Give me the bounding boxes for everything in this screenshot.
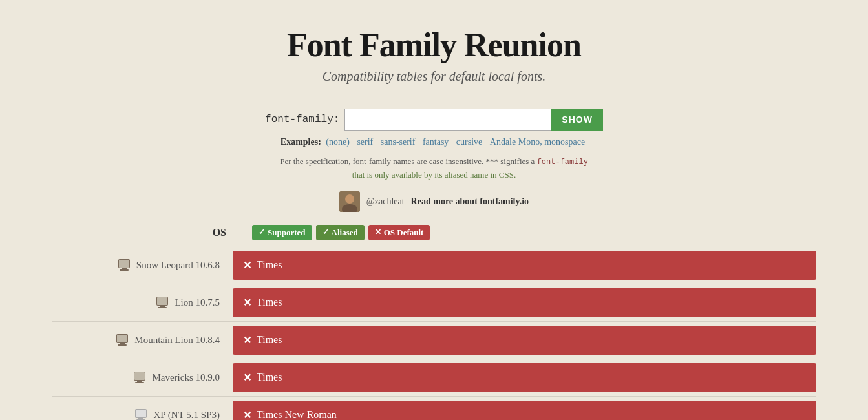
svg-rect-14 — [117, 335, 127, 342]
example-sans-serif[interactable]: sans-serif — [381, 137, 416, 147]
os-name-cell: Snow Leopard 10.6.8 — [52, 247, 233, 284]
font-family-row: font-family: SHOW — [0, 109, 868, 131]
table-row: Mountain Lion 10.8.4✕Times — [52, 322, 816, 359]
mac-icon — [132, 370, 147, 384]
os-name-cell: Mavericks 10.9.0 — [52, 359, 233, 396]
table-row: Snow Leopard 10.6.8✕Times — [52, 247, 816, 284]
font-family-input[interactable] — [344, 109, 551, 131]
search-area: font-family: SHOW Examples: (none) serif… — [0, 109, 868, 212]
os-rows-container: Snow Leopard 10.6.8✕Times Lion 10.7.5✕Ti… — [52, 247, 816, 420]
font-family-label: font-family: — [265, 114, 339, 125]
checkmark-aliased-icon: ✓ — [323, 227, 329, 237]
font-name: Times — [257, 372, 282, 383]
os-name-text: Lion 10.7.5 — [175, 297, 220, 308]
info-code: font-family — [537, 158, 588, 167]
info-text: Per the specification, font-family names… — [0, 155, 868, 182]
os-header-row: OS ✓ Supported ✓ Aliased ✕ OS Default — [52, 225, 816, 240]
windows-icon — [134, 408, 148, 420]
font-name: Times — [257, 297, 282, 308]
table-area: OS ✓ Supported ✓ Aliased ✕ OS Default — [0, 225, 868, 420]
subtitle: Compatibility tables for default local f… — [0, 69, 868, 84]
example-andale[interactable]: Andale Mono, monospace — [490, 137, 585, 147]
table-row: Lion 10.7.5✕Times — [52, 284, 816, 322]
x-icon: ✕ — [243, 372, 251, 384]
svg-rect-5 — [120, 269, 129, 271]
page-title: Font Family Reunion — [0, 26, 868, 64]
legend-badges: ✓ Supported ✓ Aliased ✕ OS Default — [252, 225, 430, 240]
font-result-text: ✕Times — [243, 334, 282, 346]
show-button[interactable]: SHOW — [551, 109, 603, 131]
badge-os-default: ✕ OS Default — [368, 225, 430, 240]
svg-rect-6 — [119, 260, 129, 268]
os-default-label: OS Default — [384, 227, 424, 238]
font-result-cell: ✕Times — [233, 288, 816, 317]
page-container: Font Family Reunion Compatibility tables… — [0, 0, 868, 420]
svg-rect-10 — [157, 297, 167, 305]
mac-icon — [115, 333, 129, 347]
example-fantasy[interactable]: fantasy — [423, 137, 449, 147]
svg-rect-22 — [136, 410, 146, 417]
svg-rect-18 — [134, 372, 145, 380]
table-row: Mavericks 10.9.0✕Times — [52, 359, 816, 397]
example-cursive[interactable]: cursive — [456, 137, 482, 147]
x-icon: ✕ — [243, 334, 251, 346]
svg-rect-13 — [118, 344, 127, 346]
author-row: @zachleat Read more about fontfamily.io — [0, 191, 868, 212]
os-name-text: Snow Leopard 10.6.8 — [136, 260, 220, 271]
author-handle: @zachleat — [366, 196, 405, 207]
os-name-cell: Mountain Lion 10.8.4 — [52, 322, 233, 359]
font-result-cell: ✕Times — [233, 251, 816, 280]
font-result-cell: ✕Times New Roman — [233, 401, 816, 420]
font-result-text: ✕Times New Roman — [243, 409, 337, 420]
example-serif[interactable]: serif — [357, 137, 373, 147]
os-name-text: Mavericks 10.9.0 — [152, 372, 220, 383]
svg-point-1 — [345, 194, 354, 204]
svg-rect-9 — [158, 307, 167, 308]
os-name-text: Mountain Lion 10.8.4 — [134, 335, 220, 346]
svg-rect-17 — [135, 382, 144, 383]
font-result-text: ✕Times — [243, 297, 282, 309]
examples-row: Examples: (none) serif sans-serif fantas… — [0, 137, 868, 147]
x-icon: ✕ — [243, 297, 251, 309]
os-name-cell: Lion 10.7.5 — [52, 284, 233, 321]
font-result-text: ✕Times — [243, 259, 282, 271]
badge-aliased: ✓ Aliased — [316, 225, 365, 240]
info-line1: Per the specification, font-family names… — [280, 156, 536, 166]
checkmark-supported-icon: ✓ — [259, 227, 265, 237]
font-result-text: ✕Times — [243, 372, 282, 384]
header: Font Family Reunion Compatibility tables… — [0, 13, 868, 90]
font-name: Times — [257, 259, 282, 271]
font-result-cell: ✕Times — [233, 326, 816, 355]
mac-icon — [155, 295, 169, 310]
font-name: Times New Roman — [257, 409, 337, 420]
table-row: XP (NT 5.1 SP3)✕Times New Roman — [52, 397, 816, 420]
read-more-link[interactable]: Read more about fontfamily.io — [411, 196, 529, 207]
x-os-default-icon: ✕ — [375, 227, 381, 237]
x-icon: ✕ — [243, 259, 251, 271]
mac-icon — [117, 258, 131, 272]
avatar — [339, 191, 360, 212]
supported-label: Supported — [268, 227, 306, 238]
example-none[interactable]: (none) — [326, 137, 350, 147]
aliased-label: Aliased — [332, 227, 358, 238]
os-name-cell: XP (NT 5.1 SP3) — [52, 397, 233, 420]
font-name: Times — [257, 334, 282, 346]
os-column-label: OS — [58, 227, 239, 238]
x-icon: ✕ — [243, 409, 251, 420]
font-result-cell: ✕Times — [233, 363, 816, 392]
examples-label: Examples: — [281, 137, 321, 147]
os-name-text: XP (NT 5.1 SP3) — [153, 410, 220, 420]
badge-supported: ✓ Supported — [252, 225, 312, 240]
info-line2: that is only available by its aliased na… — [352, 170, 516, 180]
